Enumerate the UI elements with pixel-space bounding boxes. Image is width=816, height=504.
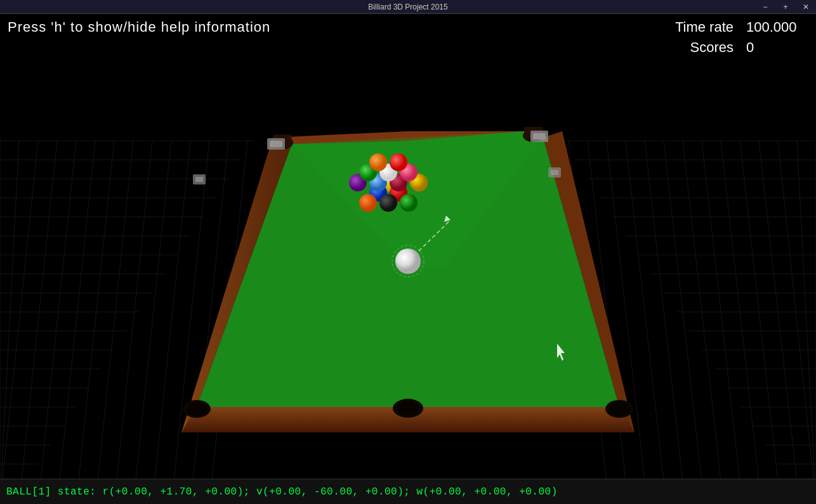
- maximize-button[interactable]: +: [775, 0, 796, 14]
- svg-point-101: [379, 194, 397, 212]
- scores-value: 0: [746, 39, 797, 56]
- game-area: Press 'h' to show/hide help information …: [0, 14, 816, 504]
- status-bar: BALL[1] state: r(+0.00, +1.70, +0.00); v…: [0, 479, 816, 504]
- scene-canvas: [0, 14, 816, 504]
- scores-row: Scores 0: [675, 39, 797, 56]
- help-instruction: Press 'h' to show/hide help information: [8, 19, 270, 35]
- scores-label: Scores: [690, 39, 734, 56]
- status-text: BALL[1] state: r(+0.00, +1.70, +0.00); v…: [6, 486, 558, 498]
- time-rate-value: 100.000: [746, 19, 797, 36]
- svg-rect-94: [195, 177, 203, 182]
- window-controls: − + ✕: [755, 0, 816, 14]
- svg-rect-96: [551, 170, 558, 175]
- svg-point-102: [400, 194, 418, 212]
- minimize-button[interactable]: −: [755, 0, 775, 14]
- svg-point-100: [359, 194, 377, 212]
- titlebar: Billiard 3D Project 2015 − + ✕: [0, 0, 816, 14]
- hud-stats: Time rate 100.000 Scores 0: [675, 19, 797, 60]
- svg-point-88: [397, 401, 419, 415]
- svg-point-112: [395, 249, 421, 274]
- window-title: Billiard 3D Project 2015: [368, 3, 447, 11]
- time-rate-row: Time rate 100.000: [675, 19, 797, 36]
- close-button[interactable]: ✕: [796, 0, 816, 14]
- time-rate-label: Time rate: [675, 19, 734, 36]
- svg-rect-92: [533, 133, 546, 139]
- svg-point-111: [390, 153, 407, 171]
- svg-point-84: [187, 403, 207, 415]
- svg-rect-90: [270, 141, 282, 147]
- hud-help-text: Press 'h' to show/hide help information: [8, 19, 270, 36]
- svg-point-86: [609, 403, 629, 415]
- svg-point-110: [369, 153, 387, 171]
